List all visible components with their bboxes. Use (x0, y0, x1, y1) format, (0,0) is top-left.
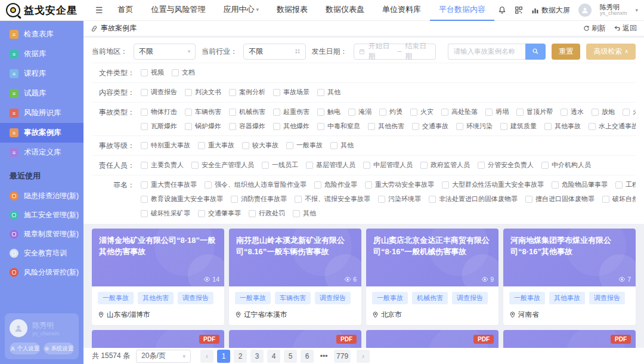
back-button[interactable]: 返回 (614, 23, 637, 33)
filter-checkbox[interactable]: 火灾 (410, 107, 434, 116)
filter-checkbox[interactable]: 主要负责人 (141, 161, 184, 169)
sidebar-item[interactable]: ≡ 依据库 (0, 44, 83, 64)
prev-page-button[interactable]: ‹ (200, 350, 213, 363)
recent-app-item[interactable]: 安全教育培训 (0, 243, 83, 263)
page-button[interactable]: 3 (250, 350, 264, 363)
page-size-select[interactable]: 20条/页▾ (136, 350, 191, 363)
recent-app-item[interactable]: 隐患排查治理(新) (0, 186, 83, 205)
nav-item[interactable]: 位置与风险管理 (143, 0, 215, 21)
recent-app-item[interactable]: 风险分级管控(新) (0, 263, 83, 282)
filter-checkbox[interactable]: 特别重大事故 (141, 141, 190, 150)
recent-app-item[interactable]: 规章制度管理(新) (0, 224, 83, 243)
filter-checkbox[interactable]: 环境污染 (456, 122, 493, 131)
sidebar-item[interactable]: ≡ 风险辨识库 (0, 103, 83, 123)
filter-checkbox[interactable]: 较大事故 (242, 141, 278, 150)
refresh-button[interactable]: 刷新 (583, 23, 606, 33)
filter-checkbox[interactable]: 坍塌 (485, 107, 509, 116)
nav-item[interactable]: 单位资料库 (373, 0, 430, 21)
page-button[interactable]: 779 (334, 350, 351, 363)
nav-item[interactable]: 平台数据内容 (430, 0, 494, 21)
filter-checkbox[interactable]: 中毒和窒息 (317, 122, 360, 131)
case-card[interactable]: 房山窦店北京金达正丰商贸有限公司“8·16”一般机械伤害事故 9 一般事故机械伤… (366, 229, 499, 325)
filter-checkbox[interactable]: 行政处罚 (249, 209, 285, 218)
filter-checkbox[interactable]: 调查报告 (141, 88, 177, 97)
nav-item[interactable]: 数据报表 (268, 0, 317, 21)
search-input[interactable] (448, 44, 525, 60)
sidebar-item[interactable]: ≡ 试题库 (0, 84, 83, 103)
filter-checkbox[interactable]: 瓦斯爆炸 (141, 122, 177, 131)
case-card[interactable]: 南芬思山岭本溪龙新矿业有限公司“8.16”一般车辆伤害事故 6 一般事故车辆伤害… (229, 229, 361, 325)
filter-checkbox[interactable]: 其他伤害 (368, 122, 404, 131)
filter-checkbox[interactable]: 破坏性采矿罪 (141, 209, 190, 218)
filter-checkbox[interactable]: 判决文书 (185, 88, 221, 97)
filter-checkbox[interactable]: 不报、谎报安全事故罪 (295, 195, 370, 203)
filter-checkbox[interactable]: 危险物品肇事罪 (552, 180, 608, 189)
nav-item[interactable]: 应用中心▾ (215, 0, 268, 21)
industry-select[interactable]: 不限 (243, 44, 305, 60)
filter-checkbox[interactable]: 放炮 (592, 107, 615, 116)
filter-checkbox[interactable]: 一线员工 (262, 161, 298, 169)
filter-checkbox[interactable]: 事故场景 (273, 88, 309, 97)
recent-app-item[interactable]: 施工安全管理(新) (0, 205, 83, 224)
filter-checkbox[interactable]: 安全生产管理人员 (191, 161, 254, 169)
search-button[interactable] (525, 44, 546, 60)
filter-checkbox[interactable]: 分管安全负责人 (478, 161, 534, 169)
page-button[interactable]: 5 (284, 350, 297, 363)
filter-checkbox[interactable]: 重大事故 (198, 141, 234, 150)
filter-checkbox[interactable]: 交通肇事罪 (198, 209, 241, 218)
filter-checkbox[interactable]: 火药爆炸 (623, 107, 636, 116)
filter-checkbox[interactable]: 污染环境罪 (378, 195, 421, 203)
filter-checkbox[interactable]: 中介机构人员 (541, 161, 591, 169)
system-settings-button[interactable]: 系统设置 (44, 343, 74, 354)
page-button[interactable]: 2 (234, 350, 247, 363)
filter-checkbox[interactable]: 车辆伤害 (185, 107, 221, 116)
filter-checkbox[interactable]: 消防责任事故罪 (231, 195, 287, 203)
filter-checkbox[interactable]: 锅炉爆炸 (185, 122, 221, 131)
filter-checkbox[interactable]: 基层管理人员 (306, 161, 355, 169)
advanced-search-button[interactable]: 高级检索∧ (586, 44, 636, 60)
filter-checkbox[interactable]: 建筑质量 (500, 122, 537, 131)
filter-checkbox[interactable]: 交通事故 (412, 122, 448, 131)
page-button[interactable]: 6 (301, 350, 314, 363)
nav-item[interactable]: 首页 (109, 0, 143, 21)
filter-checkbox[interactable]: 其他爆炸 (273, 122, 309, 131)
filter-checkbox[interactable]: 灼烫 (379, 107, 402, 116)
case-card[interactable]: 河南地煤集团季布煤业有限公司“8·16”其他事故 7 一般事故其他事故调查报告 … (503, 229, 636, 325)
page-button[interactable]: 1 (217, 350, 230, 363)
personal-settings-button[interactable]: 个人设置 (10, 343, 40, 354)
sidebar-item[interactable]: ≡ 事故案例库 (0, 123, 83, 143)
collapse-menu-icon[interactable]: ☰ (89, 5, 109, 15)
filter-checkbox[interactable]: 大型群众性活动重大安全事故罪 (442, 180, 544, 189)
filter-checkbox[interactable]: 物体打击 (141, 107, 177, 116)
sidebar-item[interactable]: ≡ 课程库 (0, 64, 83, 84)
case-card[interactable]: 淄博金地矿业有限公司“8·18”一般其他伤害事故 14 一般事故其他伤害调查报告… (92, 229, 224, 325)
filter-checkbox[interactable]: 冒顶片帮 (516, 107, 553, 116)
chevron-down-icon[interactable]: ▾ (635, 7, 638, 13)
data-screen-link[interactable]: 数据大屏 (531, 5, 570, 16)
filter-checkbox[interactable]: 重大劳动安全事故罪 (365, 180, 434, 189)
filter-checkbox[interactable]: 其他 (317, 88, 340, 97)
filter-checkbox[interactable]: 中层管理人员 (363, 161, 413, 169)
filter-checkbox[interactable]: 强令、组织他人违章冒险作业罪 (205, 180, 306, 189)
filter-checkbox[interactable]: 危险作业罪 (314, 180, 357, 189)
next-page-button[interactable]: › (357, 350, 370, 363)
filter-checkbox[interactable]: 其他 (330, 141, 354, 150)
user-avatar[interactable] (578, 4, 592, 17)
filter-checkbox[interactable]: 视频 (141, 68, 164, 77)
region-select[interactable]: 不限▾ (134, 44, 196, 60)
filter-checkbox[interactable]: 淹溺 (348, 107, 371, 116)
filter-checkbox[interactable]: 工程重大安全事故罪 (615, 180, 636, 189)
filter-checkbox[interactable]: 水上交通事故 (589, 122, 636, 131)
filter-checkbox[interactable]: 容器爆炸 (229, 122, 265, 131)
filter-checkbox[interactable]: 其他 (293, 209, 316, 218)
filter-checkbox[interactable]: 擅自进口固体废物罪 (525, 195, 595, 203)
filter-checkbox[interactable]: 重大责任事故罪 (141, 180, 197, 189)
sidebar-item[interactable]: ≡ 检查表库 (0, 24, 83, 44)
qr-code-icon[interactable] (515, 6, 523, 14)
filter-checkbox[interactable]: 机械伤害 (229, 107, 265, 116)
filter-checkbox[interactable]: 文档 (172, 68, 195, 77)
reset-button[interactable]: 重置 (552, 44, 580, 60)
sidebar-item[interactable]: ≡ 术语定义库 (0, 143, 83, 162)
filter-checkbox[interactable]: 其他事故 (544, 122, 581, 131)
filter-checkbox[interactable]: 高处坠落 (441, 107, 478, 116)
